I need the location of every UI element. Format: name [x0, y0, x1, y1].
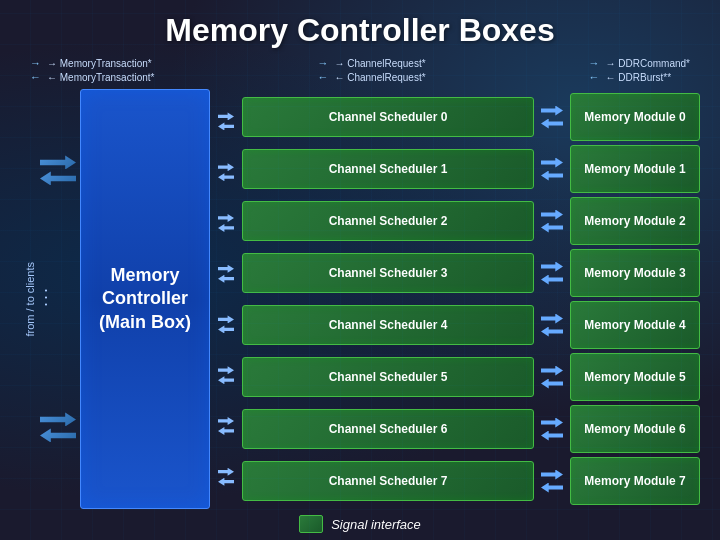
module-box-2: Memory Module 2 [570, 197, 700, 245]
legend-right-2: ← DDRBurst** [606, 72, 672, 83]
mid-arrow-1 [541, 145, 563, 193]
mid-arrow-2 [541, 197, 563, 245]
scheduler-row-0: Channel Scheduler 0 [242, 93, 534, 141]
scheduler-box-5: Channel Scheduler 5 [242, 357, 534, 397]
module-box-4: Memory Module 4 [570, 301, 700, 349]
conn-arrow-0 [218, 112, 234, 130]
scheduler-box-2: Channel Scheduler 2 [242, 201, 534, 241]
scheduler-row-2: Channel Scheduler 2 [242, 197, 534, 245]
from-clients-label: from / to clients [24, 262, 36, 337]
mid-arrow-3 [541, 249, 563, 297]
module-box-0: Memory Module 0 [570, 93, 700, 141]
signal-legend: Signal interface [0, 509, 720, 539]
conn-arrow-6 [218, 417, 234, 435]
signal-interface-label: Signal interface [331, 517, 421, 532]
legend-left-1: → MemoryTransaction* [47, 58, 152, 69]
scheduler-box-0: Channel Scheduler 0 [242, 97, 534, 137]
mid-arrow-7 [541, 457, 563, 505]
mid-arrow-6 [541, 405, 563, 453]
conn-arrow-5 [218, 366, 234, 384]
dots: ... [40, 288, 60, 309]
top-arrow-pair [40, 155, 76, 185]
signal-box-icon [299, 515, 323, 533]
bottom-arrow-pair [40, 412, 76, 442]
conn-arrow-1 [218, 163, 234, 181]
page-title: Memory Controller Boxes [0, 0, 720, 57]
scheduler-row-3: Channel Scheduler 3 [242, 249, 534, 297]
scheduler-row-4: Channel Scheduler 4 [242, 301, 534, 349]
module-box-3: Memory Module 3 [570, 249, 700, 297]
scheduler-box-7: Channel Scheduler 7 [242, 461, 534, 501]
module-box-6: Memory Module 6 [570, 405, 700, 453]
scheduler-row-1: Channel Scheduler 1 [242, 145, 534, 193]
conn-arrow-7 [218, 468, 234, 486]
module-box-1: Memory Module 1 [570, 145, 700, 193]
scheduler-row-5: Channel Scheduler 5 [242, 353, 534, 401]
conn-arrow-4 [218, 315, 234, 333]
legend-mid-1: → ChannelRequest* [334, 58, 425, 69]
legend-bar: → MemoryTransaction* ← MemoryTransaction… [0, 57, 720, 83]
legend-mid-2: ← ChannelRequest* [334, 72, 425, 83]
controller-box: Memory Controller (Main Box) [80, 89, 210, 509]
conn-arrow-3 [218, 265, 234, 283]
legend-left-2: ← MemoryTransactiont* [47, 72, 154, 83]
mid-arrow-4 [541, 301, 563, 349]
scheduler-row-7: Channel Scheduler 7 [242, 457, 534, 505]
scheduler-box-1: Channel Scheduler 1 [242, 149, 534, 189]
scheduler-box-3: Channel Scheduler 3 [242, 253, 534, 293]
scheduler-row-6: Channel Scheduler 6 [242, 405, 534, 453]
module-box-5: Memory Module 5 [570, 353, 700, 401]
module-box-7: Memory Module 7 [570, 457, 700, 505]
scheduler-box-6: Channel Scheduler 6 [242, 409, 534, 449]
conn-arrow-2 [218, 214, 234, 232]
legend-right-1: → DDRCommand* [606, 58, 690, 69]
scheduler-box-4: Channel Scheduler 4 [242, 305, 534, 345]
mid-arrow-0 [541, 93, 563, 141]
mid-arrow-5 [541, 353, 563, 401]
